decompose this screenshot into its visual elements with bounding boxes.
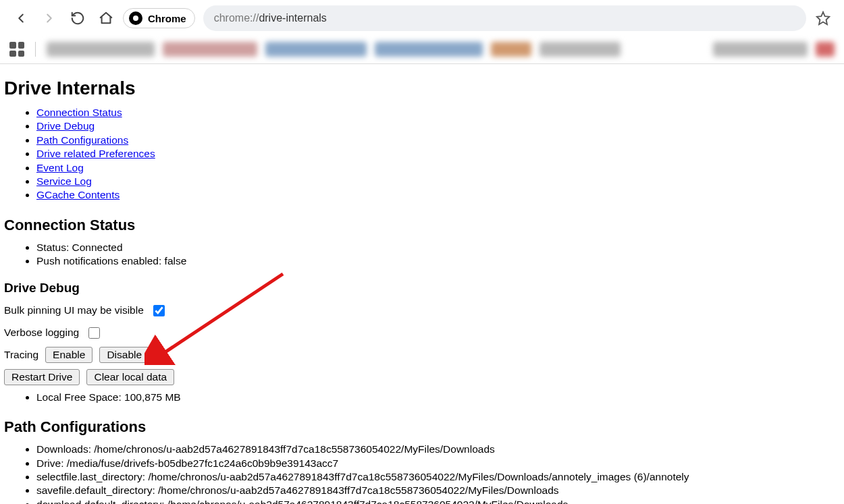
bookmark-item[interactable] xyxy=(713,42,808,57)
bookmark-item[interactable] xyxy=(265,42,367,57)
verbose-logging-checkbox[interactable] xyxy=(88,327,100,339)
path-configurations-list: Downloads: /home/chronos/u-aab2d57a46278… xyxy=(4,443,840,504)
nav-link[interactable]: Drive Debug xyxy=(36,120,95,132)
verbose-logging-row: Verbose logging xyxy=(4,325,840,341)
list-item: Push notifications enabled: false xyxy=(36,254,840,267)
separator xyxy=(35,42,36,57)
page-content: Drive Internals Connection Status Drive … xyxy=(0,64,844,504)
nav-link[interactable]: Connection Status xyxy=(36,107,122,118)
tracing-label: Tracing xyxy=(4,347,38,364)
section-nav-list: Connection Status Drive Debug Path Confi… xyxy=(4,106,840,202)
nav-link[interactable]: Service Log xyxy=(36,175,92,187)
tracing-disable-button[interactable]: Disable xyxy=(99,347,149,363)
bulk-pinning-checkbox[interactable] xyxy=(153,305,165,316)
page-title: Drive Internals xyxy=(4,78,840,99)
free-space-list: Local Free Space: 100,875 MB xyxy=(4,391,840,403)
url-protocol: chrome:// xyxy=(214,12,259,24)
list-item: selectfile.last_directory: /home/chronos… xyxy=(36,470,840,483)
list-item: Downloads: /home/chronos/u-aab2d57a46278… xyxy=(36,443,840,455)
bookmark-item[interactable] xyxy=(539,42,621,57)
drive-debug-heading: Drive Debug xyxy=(4,281,840,296)
site-identity-label: Chrome xyxy=(148,13,186,24)
bookmark-item[interactable] xyxy=(375,42,483,57)
reload-button[interactable] xyxy=(66,7,89,30)
tracing-enable-button[interactable]: Enable xyxy=(45,347,93,363)
list-item: savefile.default_directory: /home/chrono… xyxy=(36,484,840,497)
browser-toolbar: Chrome chrome://drive-internals xyxy=(0,0,844,36)
tracing-row: Tracing Enable Disable xyxy=(4,347,840,364)
site-identity-chip[interactable]: Chrome xyxy=(123,8,195,28)
chrome-icon xyxy=(129,11,142,25)
bookmark-item[interactable] xyxy=(816,42,835,57)
clear-local-data-button[interactable]: Clear local data xyxy=(86,369,174,385)
nav-link[interactable]: GCache Contents xyxy=(36,189,120,200)
url-path: drive-internals xyxy=(259,12,326,24)
bookmark-star-button[interactable] xyxy=(812,7,835,30)
connection-status-list: Status: Connected Push notifications ena… xyxy=(4,241,840,268)
bookmark-item[interactable] xyxy=(491,42,531,57)
omnibox[interactable]: chrome://drive-internals xyxy=(203,5,806,31)
nav-link[interactable]: Event Log xyxy=(36,162,84,173)
bulk-pinning-row: Bulk pinning UI may be visible xyxy=(4,302,840,319)
nav-link[interactable]: Path Configurations xyxy=(36,134,128,146)
path-configurations-heading: Path Configurations xyxy=(4,418,840,436)
back-button[interactable] xyxy=(9,7,32,30)
connection-status-heading: Connection Status xyxy=(4,217,840,234)
svg-marker-0 xyxy=(817,12,829,24)
forward-button[interactable] xyxy=(38,7,61,30)
list-item: Status: Connected xyxy=(36,241,840,254)
restart-drive-button[interactable]: Restart Drive xyxy=(4,369,80,385)
bookmark-item[interactable] xyxy=(47,42,155,57)
bookmark-item[interactable] xyxy=(163,42,257,57)
list-item: Local Free Space: 100,875 MB xyxy=(36,391,840,403)
apps-grid-icon[interactable] xyxy=(9,42,24,57)
verbose-logging-label: Verbose logging xyxy=(4,325,79,341)
nav-link[interactable]: Drive related Preferences xyxy=(36,148,155,159)
home-button[interactable] xyxy=(95,7,117,30)
bulk-pinning-label: Bulk pinning UI may be visible xyxy=(4,302,144,319)
list-item: Drive: /media/fuse/drivefs-b05dbe27fc1c2… xyxy=(36,457,840,470)
action-buttons-row: Restart Drive Clear local data xyxy=(4,369,840,385)
bookmarks-bar xyxy=(0,36,844,64)
list-item: download.default_directory: /home/chrono… xyxy=(36,498,840,504)
